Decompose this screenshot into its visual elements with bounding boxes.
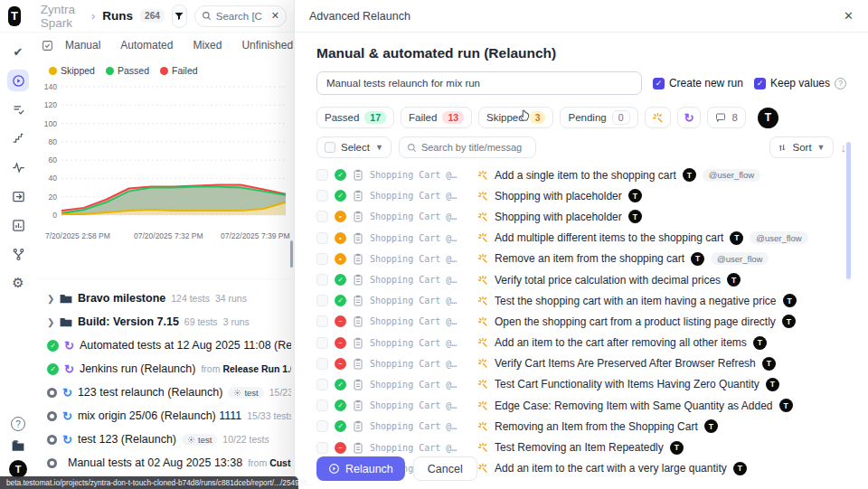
tree-folder-row[interactable]: ❯Bravo milestone124 tests34 runs	[36, 287, 291, 310]
test-checkbox[interactable]	[316, 190, 328, 202]
breadcrumb-page[interactable]: Runs	[102, 9, 133, 23]
create-new-run-option[interactable]: ✓ Create new run	[653, 77, 743, 89]
test-title[interactable]: Add an item to the cart after removing a…	[495, 336, 747, 349]
test-title[interactable]: Add multiple different items to the shop…	[495, 231, 723, 244]
test-title[interactable]: Verify Cart Items Are Preserved After Br…	[495, 357, 756, 370]
select-runs-icon[interactable]	[42, 40, 53, 52]
test-row[interactable]: ✓ Shopping Cart @… Removing an Item from…	[316, 416, 846, 437]
test-title[interactable]: Test Removing an Item Repeatedly	[495, 441, 664, 454]
breadcrumb-project[interactable]: Zyntra Spark	[41, 3, 84, 30]
tab-mixed[interactable]: Mixed	[183, 39, 231, 52]
test-row[interactable]: ✓ Shopping Cart @… Test Cart Functionali…	[316, 374, 846, 395]
test-row[interactable]: ✓ Shopping Cart @… Edge Case: Removing I…	[316, 395, 846, 416]
test-row[interactable]: ✓ Shopping Cart @… Add a single item to …	[316, 165, 846, 185]
modal-list-scrollbar[interactable]	[846, 142, 851, 279]
test-title[interactable]: Test Cart Functionality with Items Havin…	[495, 378, 760, 390]
passed-filter-chip[interactable]: Passed 17	[316, 107, 394, 128]
tab-manual[interactable]: Manual	[55, 39, 110, 52]
assignee-avatar[interactable]: T	[758, 108, 778, 128]
tab-unfinished[interactable]: Unfinished	[231, 39, 303, 52]
test-title[interactable]: Verify total price calculation with deci…	[495, 274, 721, 287]
test-checkbox[interactable]	[316, 420, 328, 432]
rail-plans-icon[interactable]	[7, 99, 29, 120]
relaunch-button[interactable]: Relaunch	[316, 456, 405, 481]
test-checkbox[interactable]	[316, 211, 328, 222]
test-title[interactable]: Add an item to the cart with a very larg…	[495, 462, 727, 475]
rail-branches-icon[interactable]	[7, 243, 29, 265]
test-row[interactable]: ✓ Shopping Cart @… Verify total price ca…	[316, 269, 846, 290]
tree-run-row[interactable]: ✓↻Jenkins run (Relaunch)from Release Run…	[36, 357, 291, 381]
close-icon[interactable]: ✕	[844, 9, 854, 23]
select-all-checkbox[interactable]	[325, 142, 335, 153]
test-title[interactable]: Edge Case: Removing Item with Same Quant…	[495, 400, 773, 412]
test-checkbox[interactable]	[316, 442, 328, 454]
tree-run-row[interactable]: Manual tests at 02 Aug 2025 13:38from Cu…	[36, 451, 291, 475]
test-checkbox[interactable]	[316, 232, 328, 244]
test-row[interactable]: • Shopping Cart @… Add multiple differen…	[316, 228, 846, 249]
test-checkbox[interactable]	[316, 400, 328, 411]
rail-runs-icon[interactable]	[7, 70, 29, 91]
test-row[interactable]: • Shopping Cart @… Shopping with placeho…	[316, 206, 846, 227]
automated-tests-filter-chip[interactable]: ↻	[677, 107, 702, 128]
test-checkbox[interactable]	[316, 315, 328, 327]
test-row[interactable]: − Shopping Cart @… Open the shopping car…	[316, 311, 846, 332]
test-checkbox[interactable]	[316, 274, 328, 286]
runs-search-input[interactable]	[216, 11, 267, 22]
test-row[interactable]: − Shopping Cart @… Verify Cart Items Are…	[316, 353, 846, 374]
tree-run-row[interactable]: ↻test 123 (Relaunch) test10/22 tests	[36, 428, 291, 451]
test-row[interactable]: • Shopping Cart @… Remove an item from t…	[316, 249, 846, 269]
sort-dropdown[interactable]: Sort ▼	[769, 136, 833, 158]
rail-settings-icon[interactable]: ⚙	[7, 272, 29, 294]
app-logo[interactable]: T	[8, 6, 21, 26]
test-row[interactable]: ✓ Shopping Cart @… Shopping with placeho…	[316, 185, 846, 206]
filter-button[interactable]	[172, 5, 187, 28]
rail-tests-icon[interactable]: ✔	[7, 41, 29, 62]
checkbox-checked-icon[interactable]: ✓	[653, 78, 665, 89]
test-title[interactable]: Shopping with placeholder	[495, 190, 622, 202]
runs-search[interactable]: ✕	[194, 5, 287, 27]
tree-run-row[interactable]: ↻mix origin 25/06 (Relaunch) 111115/33 t…	[36, 404, 291, 428]
test-checkbox[interactable]	[316, 295, 328, 306]
test-row[interactable]: − Shopping Cart @… Add an item to the ca…	[316, 333, 846, 353]
tree-run-row[interactable]: ↻123 test relaunch (Relaunch) test15/23 …	[36, 381, 291, 404]
test-title[interactable]: Open the shopping cart from a product li…	[495, 315, 776, 328]
clear-search-icon[interactable]: ✕	[271, 10, 279, 22]
skipped-filter-chip[interactable]: Skipped 3	[478, 107, 553, 128]
help-icon[interactable]: ?	[11, 417, 25, 431]
test-row[interactable]: ✓ Shopping Cart @… Test the shopping car…	[316, 290, 846, 311]
test-row[interactable]: − Shopping Cart @… Test Removing an Item…	[316, 437, 846, 457]
projects-folder-icon[interactable]	[11, 439, 25, 452]
test-search-input[interactable]	[421, 142, 528, 153]
run-name-input[interactable]	[316, 71, 642, 95]
test-title[interactable]: Shopping with placeholder	[495, 211, 622, 223]
cancel-button[interactable]: Cancel	[413, 456, 477, 481]
pending-filter-chip[interactable]: Pending 0	[560, 107, 637, 128]
tab-automated[interactable]: Automated	[110, 39, 183, 52]
chevron-right-icon[interactable]: ❯	[47, 294, 54, 304]
failed-filter-chip[interactable]: Failed 13	[401, 107, 472, 128]
checkbox-checked-icon[interactable]: ✓	[754, 78, 766, 89]
user-avatar[interactable]: T	[9, 460, 27, 478]
test-title[interactable]: Add a single item to the shopping cart	[495, 169, 676, 182]
rail-analytics-icon[interactable]	[7, 156, 29, 178]
help-tooltip-icon[interactable]: ?	[835, 78, 846, 89]
rail-steps-icon[interactable]	[7, 127, 29, 149]
comments-filter-chip[interactable]: 8	[707, 107, 745, 128]
left-panel-scrollbar[interactable]	[290, 240, 293, 268]
test-checkbox[interactable]	[316, 253, 328, 265]
test-search-box[interactable]	[399, 136, 536, 158]
rail-reports-icon[interactable]	[7, 214, 29, 236]
manual-tests-filter-chip[interactable]	[645, 107, 671, 128]
tree-run-row[interactable]: ✓↻Automated tests at 12 Aug 2025 11:08 (…	[36, 334, 291, 357]
rail-import-icon[interactable]	[7, 185, 29, 207]
test-checkbox[interactable]	[316, 337, 328, 349]
test-title[interactable]: Remove an item from the shopping cart	[495, 252, 684, 265]
chevron-right-icon[interactable]: ❯	[47, 317, 54, 327]
test-checkbox[interactable]	[316, 358, 328, 370]
test-title[interactable]: Removing an Item from the Shopping Cart	[495, 420, 698, 433]
tree-folder-row[interactable]: ❯Build: Version 7.1569 tests3 runs	[36, 310, 291, 334]
select-dropdown[interactable]: Select ▼	[316, 136, 392, 158]
test-checkbox[interactable]	[316, 169, 328, 181]
test-title[interactable]: Test the shopping cart with an item havi…	[495, 295, 777, 307]
test-checkbox[interactable]	[316, 379, 328, 390]
